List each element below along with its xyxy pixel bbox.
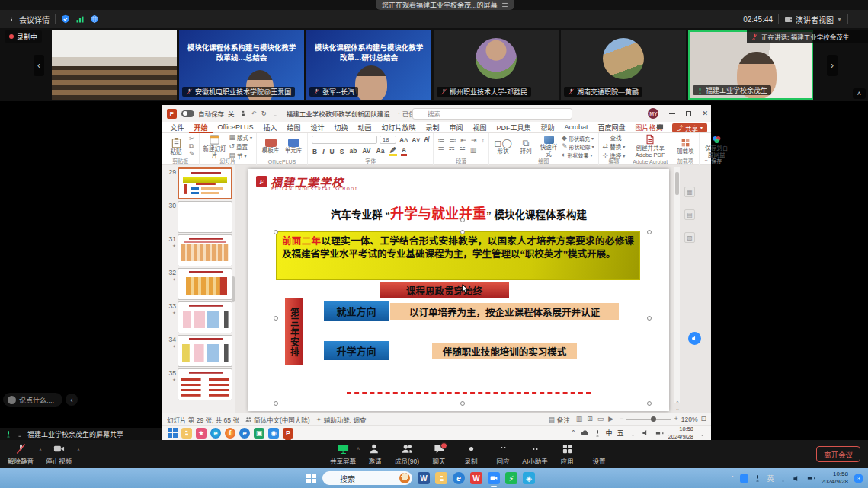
underline-button[interactable]: U (329, 148, 335, 155)
slides-panel[interactable]: 29 30 31 ✦ (162, 165, 235, 413)
battery-icon[interactable] (806, 474, 815, 483)
notes-button[interactable]: ▤备注 (549, 415, 570, 424)
next-slide-button[interactable]: ⌄ (675, 406, 680, 412)
meeting-app-icon[interactable]: ◉ (268, 428, 279, 439)
search-highlight-icon[interactable] (399, 473, 410, 483)
undo-icon[interactable]: ↶ (251, 110, 257, 117)
slide-vertical-box[interactable]: 第三年安排 (285, 298, 303, 365)
text-shadow-button[interactable]: ab (348, 148, 357, 155)
panel-tab-icon[interactable]: ▧ (684, 232, 695, 243)
toolbar-button[interactable]: 录制 ˄ (456, 440, 486, 468)
green-app-icon[interactable]: ▣ (254, 428, 264, 439)
selection-handle[interactable] (460, 230, 465, 234)
zoom-in-button[interactable]: + (674, 416, 677, 423)
ribbon-tab[interactable]: 文件 (165, 122, 189, 133)
toggle-switch[interactable] (181, 110, 194, 117)
green-app-icon[interactable]: ⚡ (505, 472, 517, 484)
file-explorer-icon[interactable] (181, 428, 192, 439)
panel-tab-icon[interactable]: ▤ (684, 209, 695, 220)
redo-icon[interactable]: ↻ (261, 110, 267, 117)
slide-thumbnail-item[interactable]: 29 (165, 167, 235, 199)
slide-thumbnail[interactable] (178, 201, 232, 233)
addins-button[interactable]: 加载项 (675, 135, 695, 158)
bullets-button[interactable]: ≔ (437, 137, 444, 144)
slide-orange-box[interactable]: 伴随职业技能培训的实习模式 (432, 343, 577, 359)
slide-thumbnail-item[interactable]: 34 ✦ (165, 335, 235, 367)
ribbon-tab[interactable]: 绘图 (282, 122, 306, 133)
indent-decrease-button[interactable]: ⇤ (460, 137, 466, 144)
restore-button[interactable] (686, 111, 691, 116)
font-size-select[interactable]: 18 (380, 136, 396, 144)
mic-tray-icon[interactable] (754, 474, 761, 482)
canvas-gear-icon[interactable] (684, 396, 695, 407)
thumbs-prev-button[interactable]: ‹ (34, 55, 44, 76)
font-color-button[interactable]: A (401, 146, 407, 156)
ribbon-tab[interactable]: 设计 (306, 122, 329, 133)
indent-increase-button[interactable]: ⇥ (471, 137, 477, 144)
slide-blue-box[interactable]: 升学方向 (324, 341, 389, 360)
clock[interactable]: 10:58 2024/9/28 (668, 426, 693, 440)
slide-paragraph-box[interactable]: 前面二年以理实一体、工学结合形式安排教学，以国家人才培养方案要求的必修课及福建省… (276, 231, 640, 280)
slide-scrollbar-thumb[interactable] (675, 172, 679, 195)
ribbon-tab[interactable]: Acrobat (559, 122, 593, 133)
toolbar-button[interactable]: 设置 ˄ (584, 440, 614, 468)
ribbon-tab[interactable]: 录制 (421, 122, 444, 133)
accessibility-status[interactable]: ✦ 辅助功能: 调查 (316, 415, 367, 424)
tray-chevron-icon[interactable]: ⌃ (730, 475, 735, 482)
tray-app-icon[interactable] (740, 474, 748, 483)
slide-thumbnail-item[interactable]: 32 ✦ (165, 268, 235, 300)
shapes-button[interactable]: ◻◯形状 (493, 135, 513, 158)
ribbon-tab[interactable]: 审阅 (444, 122, 468, 133)
bold-button[interactable]: B (312, 148, 318, 155)
slide-thumbnail-item[interactable]: 33 ✦ (165, 301, 235, 333)
replace-button[interactable]: ⇄替换▾ (603, 142, 626, 151)
slide-blue-box[interactable]: 就业方向 (324, 301, 389, 321)
clear-format-button[interactable]: A̸ (423, 136, 429, 143)
toolbar-button[interactable]: 停止视频 ˄ (46, 443, 72, 465)
slide-thumbnail[interactable] (178, 167, 232, 199)
fullscreen-icon[interactable] (854, 15, 862, 24)
thumbs-next-button[interactable]: › (827, 55, 838, 76)
shape-fill-button[interactable]: ◆形状填充▾ (562, 135, 594, 142)
cloud-icon[interactable] (581, 429, 589, 437)
new-slide-button[interactable]: 新建幻灯片 (203, 135, 226, 158)
paste-button[interactable]: 粘贴 (166, 135, 186, 158)
firefox-icon[interactable]: f (225, 428, 235, 439)
wps-icon[interactable]: W (470, 472, 482, 484)
slide-thumbnail-item[interactable]: 35 ✦ (165, 368, 235, 400)
slideshow-view-icon[interactable]: ▶ (608, 416, 613, 423)
panel-scrollbar[interactable] (232, 276, 235, 302)
file-explorer-icon[interactable] (435, 472, 447, 484)
taskbar-search-box[interactable]: 搜索 (322, 471, 412, 485)
selection-handle[interactable] (274, 401, 278, 406)
ime-indicator[interactable]: 英 (767, 474, 774, 483)
language-indicator[interactable]: 简体中文(中国大陆) (245, 415, 310, 424)
collapse-ribbon-icon[interactable]: ⌄ (703, 156, 709, 163)
numbering-button[interactable]: ≕ (449, 137, 456, 144)
find-button[interactable]: 查找 (603, 133, 626, 142)
font-name-select[interactable] (312, 136, 377, 144)
ribbon-tab[interactable]: PDF工具集 (492, 122, 536, 133)
powerpoint-taskbar-icon[interactable]: P (283, 428, 293, 439)
save-to-netdisk-button[interactable]: 保存到百度网盘 (703, 135, 729, 158)
zoom-slider[interactable] (626, 419, 671, 420)
toolbar-button[interactable]: 共享屏幕 ˄ (328, 440, 358, 468)
cut-button[interactable]: ✂ (189, 136, 195, 142)
align-right-button[interactable]: ☱ (460, 147, 466, 154)
start-button[interactable] (305, 472, 317, 484)
ppt-search-box[interactable]: 搜索 (412, 108, 572, 120)
collapse-strip-button[interactable]: ˄ (853, 88, 866, 99)
slide-sorter-icon[interactable]: ⊞ (587, 416, 593, 423)
toolbar-button[interactable]: 解除静音 ˄ (8, 443, 34, 465)
wubi-indicator[interactable]: 五 (617, 428, 624, 438)
security-shield-icon[interactable] (61, 14, 70, 24)
wifi-icon[interactable] (629, 429, 637, 437)
account-avatar[interactable]: MY (648, 108, 658, 119)
selection-handle[interactable] (274, 230, 278, 234)
columns-button[interactable]: ▥ (470, 147, 477, 154)
chat-collapse-button[interactable]: ‹ (66, 394, 78, 406)
grow-font-button[interactable]: A˄ (399, 136, 408, 144)
zoom-level[interactable]: 120% (681, 416, 698, 423)
battery-icon[interactable] (655, 429, 664, 438)
slideshow-icon[interactable] (271, 110, 279, 117)
